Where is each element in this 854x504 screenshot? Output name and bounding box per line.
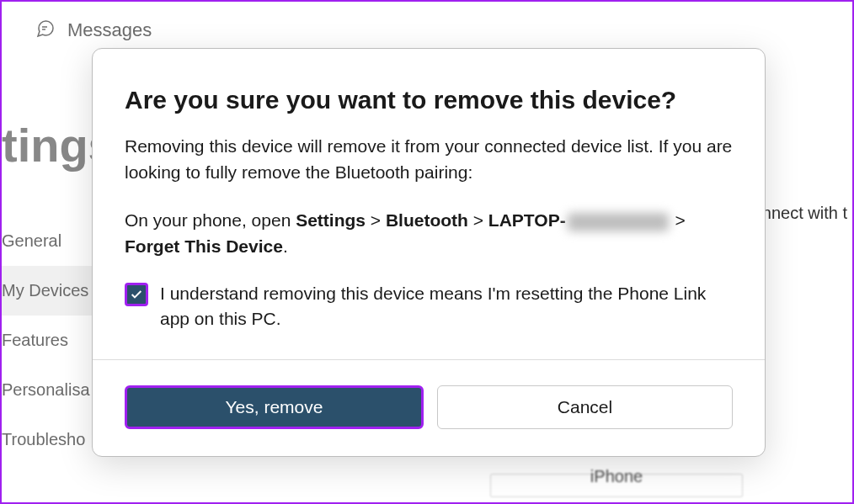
dialog-button-row: Yes, remove Cancel (125, 385, 733, 429)
check-icon (130, 288, 143, 301)
dialog-title: Are you sure you want to remove this dev… (125, 86, 733, 114)
dialog-paragraph-1: Removing this device will remove it from… (125, 133, 733, 185)
dialog-overlay: Are you sure you want to remove this dev… (2, 2, 852, 502)
cancel-button[interactable]: Cancel (437, 385, 733, 429)
yes-remove-button[interactable]: Yes, remove (125, 385, 424, 429)
redacted-device-name (568, 213, 669, 231)
confirm-checkbox[interactable] (125, 283, 148, 306)
dialog-body: Removing this device will remove it from… (125, 133, 733, 331)
confirm-checkbox-label: I understand removing this device means … (160, 281, 733, 331)
dialog-divider (93, 359, 765, 360)
remove-device-dialog: Are you sure you want to remove this dev… (92, 48, 766, 457)
dialog-paragraph-2: On your phone, open Settings > Bluetooth… (125, 207, 733, 259)
confirm-checkbox-row[interactable]: I understand removing this device means … (125, 281, 733, 331)
